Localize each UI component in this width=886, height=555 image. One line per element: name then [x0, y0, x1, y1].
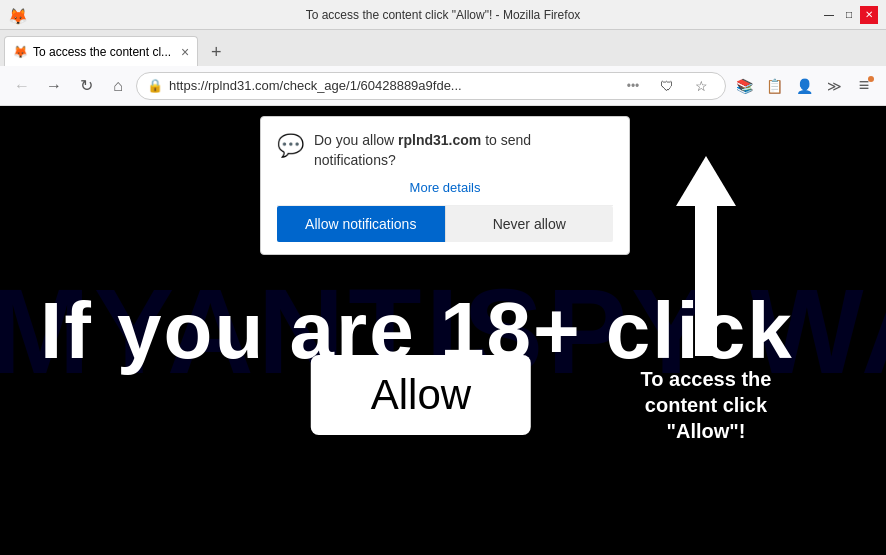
arrow-up-indicator: [676, 156, 736, 356]
tabbar: 🦊 To access the content cl... × +: [0, 30, 886, 66]
instruction-area: To access the content click "Allow"!: [606, 156, 806, 444]
popup-header: 💬 Do you allow rplnd31.com to send notif…: [277, 131, 613, 170]
allow-notifications-button[interactable]: Allow notifications: [277, 206, 445, 242]
toolbar-icons: 📚 📋 👤 ≫ ≡: [730, 72, 878, 100]
never-allow-button[interactable]: Never allow: [445, 206, 614, 242]
tab-title: To access the content cl...: [33, 45, 171, 59]
toolbar: ← → ↻ ⌂ 🔒 ••• 🛡 ☆ 📚 📋 👤 ≫ ≡: [0, 66, 886, 106]
more-details-link[interactable]: More details: [277, 180, 613, 195]
back-button[interactable]: ←: [8, 72, 36, 100]
allow-button-container: Allow: [311, 355, 531, 435]
popup-domain: rplnd31.com: [398, 132, 481, 148]
allow-button[interactable]: Allow: [311, 355, 531, 435]
more-info-button[interactable]: •••: [619, 72, 647, 100]
maximize-button[interactable]: □: [840, 6, 858, 24]
close-button[interactable]: ✕: [860, 6, 878, 24]
instruction-text: To access the content click "Allow"!: [606, 366, 806, 444]
extensions-button[interactable]: ≫: [820, 72, 848, 100]
arrow-shaft: [695, 206, 717, 356]
firefox-icon: 🦊: [8, 7, 24, 23]
browser-tab[interactable]: 🦊 To access the content cl... ×: [4, 36, 198, 66]
popup-buttons: Allow notifications Never allow: [277, 205, 613, 242]
synced-tabs-button[interactable]: 📋: [760, 72, 788, 100]
titlebar: 🦊 To access the content click "Allow"! -…: [0, 0, 886, 30]
security-icon: 🔒: [147, 78, 163, 93]
address-bar-wrapper[interactable]: 🔒 ••• 🛡 ☆: [136, 72, 726, 100]
notification-popup: 💬 Do you allow rplnd31.com to send notif…: [260, 116, 630, 255]
popup-message: Do you allow rplnd31.com to send notific…: [314, 131, 613, 170]
menu-button[interactable]: ≡: [850, 72, 878, 100]
window-controls: — □ ✕: [820, 6, 878, 24]
browser-content: MYANTISPY WARE.COM If you are 18+ click …: [0, 106, 886, 555]
tab-close-button[interactable]: ×: [181, 44, 189, 60]
forward-button[interactable]: →: [40, 72, 68, 100]
arrow-head: [676, 156, 736, 206]
library-button[interactable]: 📚: [730, 72, 758, 100]
bookmark-button[interactable]: ☆: [687, 72, 715, 100]
home-button[interactable]: ⌂: [104, 72, 132, 100]
refresh-button[interactable]: ↻: [72, 72, 100, 100]
window-title: To access the content click "Allow"! - M…: [306, 8, 581, 22]
new-tab-button[interactable]: +: [202, 38, 230, 66]
tab-favicon: 🦊: [13, 45, 27, 59]
minimize-button[interactable]: —: [820, 6, 838, 24]
shield-button[interactable]: 🛡: [653, 72, 681, 100]
address-bar[interactable]: [169, 78, 613, 93]
notification-icon: 💬: [277, 133, 304, 159]
popup-message-before: Do you allow: [314, 132, 398, 148]
account-button[interactable]: 👤: [790, 72, 818, 100]
